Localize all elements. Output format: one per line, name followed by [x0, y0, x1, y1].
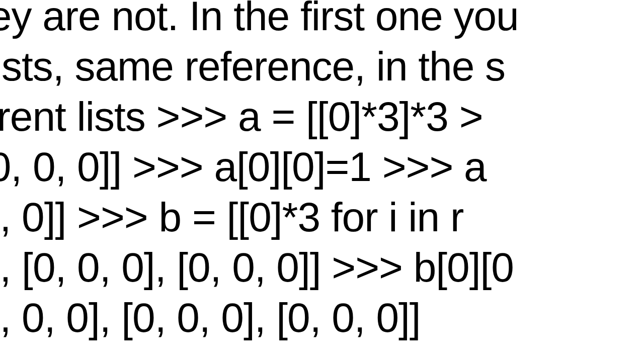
text-line-4: 0], [0, 0, 0]] >>> a[0][0]=1 >>> a — [0, 142, 519, 192]
text-content-block: o they are not. In the first one you cal… — [0, 0, 519, 343]
text-line-3: different lists >>> a = [[0]*3]*3 > — [0, 92, 519, 142]
text-line-2: cal lists, same reference, in the s — [0, 41, 519, 92]
text-line-6: 0, 0], [0, 0, 0], [0, 0, 0]] >>> b[0][0 — [0, 242, 519, 293]
text-line-1: o they are not. In the first one you — [0, 0, 519, 41]
text-line-7: b [[1, 0, 0], [0, 0, 0], [0, 0, 0]] — [0, 293, 519, 343]
text-line-5: [1, 0, 0]] >>> b = [[0]*3 for i in r — [0, 192, 519, 242]
